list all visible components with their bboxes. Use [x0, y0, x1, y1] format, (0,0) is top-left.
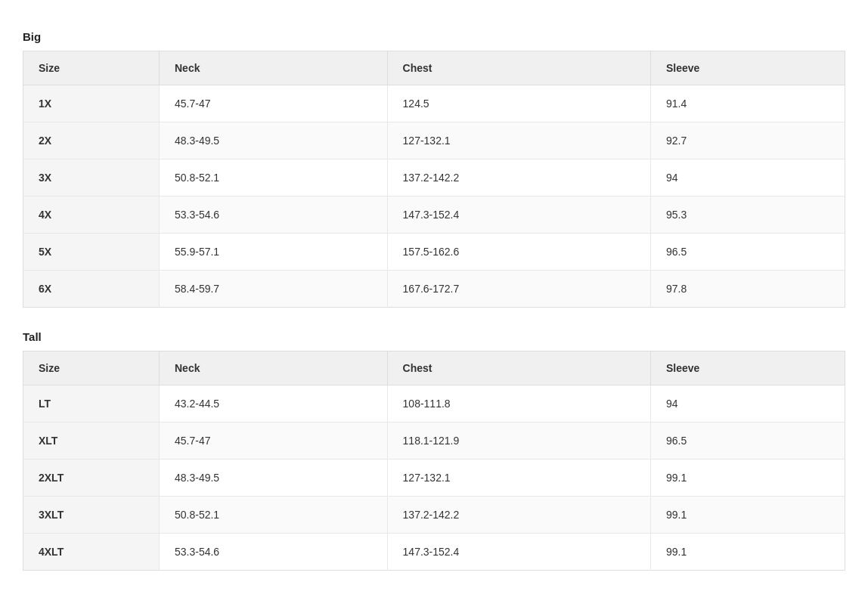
table-row: 4XLT 53.3-54.6 147.3-152.4 99.1 — [23, 534, 845, 571]
sleeve-cell: 96.5 — [650, 234, 845, 271]
table-row: 6X 58.4-59.7 167.6-172.7 97.8 — [23, 271, 845, 308]
size-cell: 2XLT — [23, 460, 160, 497]
neck-cell: 48.3-49.5 — [160, 122, 388, 159]
table-row: 1X 45.7-47 124.5 91.4 — [23, 85, 845, 122]
tall-col-neck: Neck — [160, 351, 388, 385]
sleeve-cell: 99.1 — [650, 534, 845, 571]
neck-cell: 45.7-47 — [160, 85, 388, 122]
big-col-neck: Neck — [160, 51, 388, 85]
chest-cell: 137.2-142.2 — [387, 159, 650, 197]
neck-cell: 53.3-54.6 — [160, 197, 388, 234]
chest-cell: 124.5 — [387, 85, 650, 122]
big-col-chest: Chest — [387, 51, 650, 85]
size-cell: 4X — [23, 197, 160, 234]
chest-cell: 147.3-152.4 — [387, 534, 650, 571]
big-table: Size Neck Chest Sleeve 1X 45.7-47 124.5 … — [23, 51, 845, 308]
sleeve-cell: 99.1 — [650, 497, 845, 534]
table-row: 2XLT 48.3-49.5 127-132.1 99.1 — [23, 460, 845, 497]
table-row: XLT 45.7-47 118.1-121.9 96.5 — [23, 423, 845, 460]
chest-cell: 147.3-152.4 — [387, 197, 650, 234]
big-col-sleeve: Sleeve — [650, 51, 845, 85]
size-cell: 1X — [23, 85, 160, 122]
big-title: Big — [23, 30, 845, 43]
tall-section: Tall Size Neck Chest Sleeve LT 43.2-44.5… — [23, 330, 845, 571]
big-section: Big Size Neck Chest Sleeve 1X 45.7-47 12… — [23, 30, 845, 308]
size-cell: 4XLT — [23, 534, 160, 571]
chest-cell: 137.2-142.2 — [387, 497, 650, 534]
sleeve-cell: 99.1 — [650, 460, 845, 497]
chest-cell: 127-132.1 — [387, 122, 650, 159]
table-row: 3X 50.8-52.1 137.2-142.2 94 — [23, 159, 845, 197]
sleeve-cell: 95.3 — [650, 197, 845, 234]
sleeve-cell: 94 — [650, 159, 845, 197]
chest-cell: 118.1-121.9 — [387, 423, 650, 460]
neck-cell: 55.9-57.1 — [160, 234, 388, 271]
size-cell: 5X — [23, 234, 160, 271]
neck-cell: 50.8-52.1 — [160, 159, 388, 197]
sleeve-cell: 94 — [650, 385, 845, 423]
neck-cell: 45.7-47 — [160, 423, 388, 460]
size-cell: 2X — [23, 122, 160, 159]
tall-table: Size Neck Chest Sleeve LT 43.2-44.5 108-… — [23, 351, 845, 571]
neck-cell: 43.2-44.5 — [160, 385, 388, 423]
big-header-row: Size Neck Chest Sleeve — [23, 51, 845, 85]
chest-cell: 157.5-162.6 — [387, 234, 650, 271]
tall-col-sleeve: Sleeve — [650, 351, 845, 385]
size-cell: XLT — [23, 423, 160, 460]
size-cell: LT — [23, 385, 160, 423]
sleeve-cell: 92.7 — [650, 122, 845, 159]
big-col-size: Size — [23, 51, 160, 85]
sleeve-cell: 97.8 — [650, 271, 845, 308]
table-row: 3XLT 50.8-52.1 137.2-142.2 99.1 — [23, 497, 845, 534]
table-row: 2X 48.3-49.5 127-132.1 92.7 — [23, 122, 845, 159]
chest-cell: 167.6-172.7 — [387, 271, 650, 308]
neck-cell: 53.3-54.6 — [160, 534, 388, 571]
tall-title: Tall — [23, 330, 845, 343]
sleeve-cell: 91.4 — [650, 85, 845, 122]
chest-cell: 127-132.1 — [387, 460, 650, 497]
sleeve-cell: 96.5 — [650, 423, 845, 460]
size-cell: 3XLT — [23, 497, 160, 534]
tall-col-size: Size — [23, 351, 160, 385]
chest-cell: 108-111.8 — [387, 385, 650, 423]
tall-col-chest: Chest — [387, 351, 650, 385]
size-cell: 3X — [23, 159, 160, 197]
neck-cell: 48.3-49.5 — [160, 460, 388, 497]
neck-cell: 50.8-52.1 — [160, 497, 388, 534]
neck-cell: 58.4-59.7 — [160, 271, 388, 308]
tall-header-row: Size Neck Chest Sleeve — [23, 351, 845, 385]
table-row: LT 43.2-44.5 108-111.8 94 — [23, 385, 845, 423]
table-row: 5X 55.9-57.1 157.5-162.6 96.5 — [23, 234, 845, 271]
size-cell: 6X — [23, 271, 160, 308]
table-row: 4X 53.3-54.6 147.3-152.4 95.3 — [23, 197, 845, 234]
